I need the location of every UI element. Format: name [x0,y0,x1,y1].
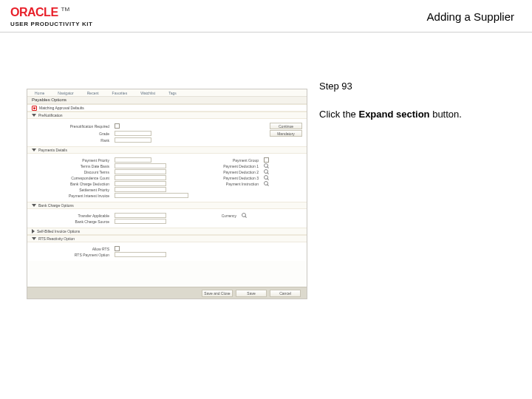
instruction-suffix: button. [430,109,462,120]
regparam-body: Allow RTS RTS Payment Option [27,242,307,261]
search-icon[interactable] [242,213,247,218]
brand-word: ORACLE [10,6,58,19]
select-input[interactable] [115,181,166,186]
search-icon[interactable] [264,175,269,180]
app-tabs: Home Navigator Recent Favorites Watchlis… [27,89,307,97]
instruction-prefix: Click the [319,109,358,120]
section-label: Bank Charge Options [38,203,74,208]
mandatory-button[interactable]: Mandatory [270,130,302,137]
select-input[interactable] [115,175,166,180]
select-input[interactable] [115,169,166,174]
screenshot-wrap: Home Navigator Recent Favorites Watchlis… [0,41,303,299]
save-button[interactable]: Save [236,290,267,297]
select-input[interactable] [115,219,166,224]
trademark-symbol: TM [61,6,70,13]
section-label: Self-Billed Invoice Options [37,229,80,233]
section-label: Matching Approval Defaults [39,106,84,110]
section-self-billed[interactable]: Self-Billed Invoice Options [27,228,307,235]
tab: Watchlist [140,91,155,95]
field-label: Payment Group [194,158,261,163]
content-row: Home Navigator Recent Favorites Watchlis… [0,33,532,299]
field-label: RTS Payment Option [32,253,112,257]
field-label: Payment Deduction 2 [194,170,261,174]
header-bar: ORACLE TM USER PRODUCTIVITY KIT Adding a… [0,0,532,33]
checkbox[interactable] [115,246,120,251]
paydetails-body: Payment Priority Terms Date Basis Discou… [27,154,307,202]
section-label: Payments Details [38,148,67,152]
collapse-icon[interactable] [32,114,36,117]
section-bank-charge[interactable]: Bank Charge Options [27,202,307,209]
tab: Recent [87,91,99,95]
text-input[interactable] [115,131,151,136]
field-label: Transfer Applicable [32,214,112,218]
field-label: Bank Charge Deduction [32,182,112,186]
continue-button[interactable]: Continue [270,123,302,129]
section-match-approval[interactable]: Matching Approval Defaults [27,104,307,112]
text-input[interactable] [115,193,188,198]
section-reg-parameter[interactable]: RTS Reactivity Option [27,235,307,242]
bankcharge-body: Transfer Applicable Bank Charge Source C… [27,209,307,228]
field-label: Payment Deduction 3 [194,176,261,180]
tab: Navigator [58,91,73,95]
step-number: Step 93 [319,80,520,93]
checkbox[interactable] [264,157,269,163]
select-input[interactable] [115,187,166,192]
text-input[interactable] [115,157,151,163]
field-label: Settlement Priority [32,188,112,192]
field-label: Currency [172,214,239,218]
field-label: Allow RTS [32,247,112,251]
save-close-button[interactable]: Save and Close [202,290,233,297]
field-label: Bank Charge Source [32,219,112,224]
tab: Tags [168,91,177,95]
field-label: Rank [32,138,112,143]
prenotif-body: Prenotification Required Continue Grade … [27,119,307,146]
cancel-button[interactable]: Cancel [270,290,301,297]
instruction-bold: Expand section [358,109,429,120]
subbrand-label: USER PRODUCTIVITY KIT [10,21,93,27]
field-label: Prenotification Required [32,124,112,129]
field-label: Payment Deduction 1 [194,164,261,168]
field-label: Correspondence Count [32,176,112,180]
field-label: Payment Interest Invoice [32,194,112,198]
field-label: Payment Instruction [194,182,261,186]
oracle-logo: ORACLE TM [10,6,93,19]
brand-block: ORACLE TM USER PRODUCTIVITY KIT [10,6,93,27]
collapse-icon[interactable] [32,149,36,151]
section-prenotification[interactable]: PreNotification [27,112,307,119]
modal-title: Payables Options [27,97,307,104]
expand-icon[interactable] [32,229,35,233]
collapse-icon[interactable] [32,237,36,240]
page-title: Adding a Supplier [427,10,514,23]
text-input[interactable] [115,137,151,143]
expand-icon[interactable] [32,106,37,111]
text-input[interactable] [115,252,166,257]
instruction-panel: Step 93 Click the Expand section button. [303,41,532,299]
embedded-screenshot: Home Navigator Recent Favorites Watchlis… [27,89,307,299]
tab: Home [35,91,44,95]
field-label: Terms Date Basis [32,164,112,168]
collapse-icon[interactable] [32,204,36,207]
search-icon[interactable] [264,169,269,174]
select-input[interactable] [115,163,166,168]
tab: Favorites [112,91,128,95]
field-label: Discount Terms [32,170,112,174]
search-icon[interactable] [264,181,269,186]
section-label: PreNotification [38,113,63,117]
section-payment-details[interactable]: Payments Details [27,146,307,154]
field-label: Payment Priority [32,158,112,163]
checkbox[interactable] [115,123,120,129]
section-label: RTS Reactivity Option [38,236,75,241]
search-icon[interactable] [264,163,269,168]
field-label: Grade [32,132,112,136]
instruction-text: Click the Expand section button. [319,108,520,121]
select-input[interactable] [115,213,166,218]
modal-footer: Save and Close Save Cancel [27,287,307,299]
